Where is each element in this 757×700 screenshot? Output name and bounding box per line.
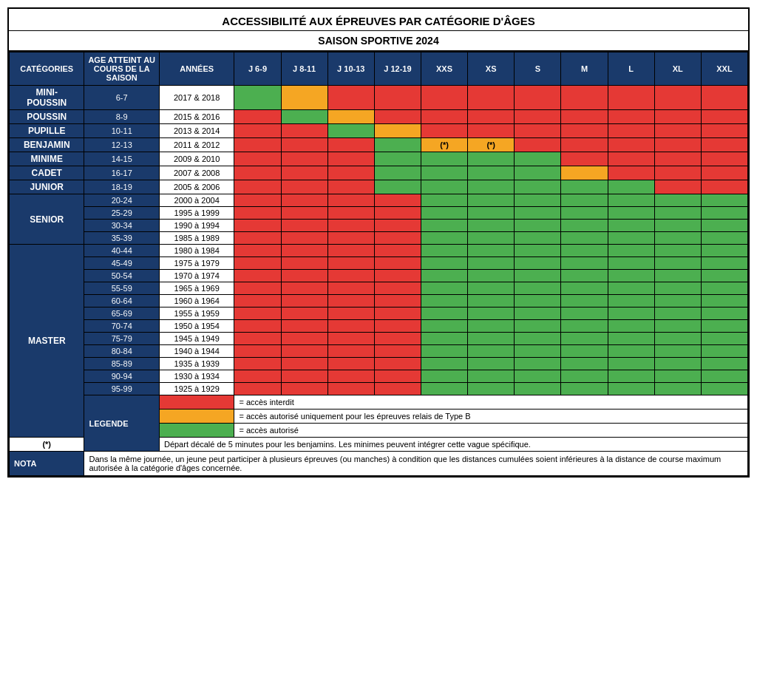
color-cell: [468, 232, 515, 245]
header-m: M: [561, 52, 608, 86]
color-cell: [608, 232, 654, 245]
color-cell: [374, 194, 421, 207]
color-cell: [468, 245, 515, 257]
color-cell: [608, 370, 654, 383]
color-cell: [701, 180, 747, 194]
legend-text-orange: = accès autorisé uniquement pour les épr…: [234, 410, 748, 424]
table-row: 70-741950 à 1954: [10, 320, 748, 333]
legend-color-green: [159, 424, 234, 438]
main-table: CATÉGORIES AGE ATTEINT AU COURS DE LA SA…: [9, 52, 748, 476]
header-row: CATÉGORIES AGE ATTEINT AU COURS DE LA SA…: [10, 52, 748, 86]
category-cell: SENIOR: [10, 194, 84, 245]
color-cell: (*): [468, 138, 515, 152]
color-cell: [654, 166, 701, 180]
color-cell: [654, 295, 701, 307]
color-cell: [561, 295, 608, 307]
color-cell: [421, 124, 467, 138]
color-cell: [327, 333, 374, 345]
color-cell: [654, 383, 701, 395]
color-cell: [327, 166, 374, 180]
color-cell: [608, 152, 654, 166]
color-cell: [468, 86, 515, 110]
table-row: 30-341990 à 1994: [10, 220, 748, 232]
years-cell: 2017 & 2018: [159, 86, 234, 110]
header-categories: CATÉGORIES: [10, 52, 84, 86]
age-cell: 20-24: [84, 194, 159, 207]
color-cell: [654, 180, 701, 194]
color-cell: [421, 282, 467, 295]
color-cell: [701, 345, 747, 358]
table-row: 50-541970 à 1974: [10, 270, 748, 282]
color-cell: [654, 245, 701, 257]
table-row: 95-991925 à 1929: [10, 383, 748, 395]
color-cell: [327, 207, 374, 220]
color-cell: [654, 232, 701, 245]
color-cell: [468, 207, 515, 220]
color-cell: [701, 124, 747, 138]
age-cell: 40-44: [84, 245, 159, 257]
table-row: 90-941930 à 1934: [10, 370, 748, 383]
years-cell: 1960 à 1964: [159, 295, 234, 307]
color-cell: [701, 245, 747, 257]
color-cell: [234, 383, 281, 395]
age-cell: 75-79: [84, 333, 159, 345]
color-cell: [281, 86, 327, 110]
color-cell: [515, 333, 561, 345]
color-cell: [515, 86, 561, 110]
color-cell: [374, 345, 421, 358]
table-row: 45-491975 à 1979: [10, 257, 748, 270]
table-row: SENIOR20-242000 à 2004: [10, 194, 748, 207]
header-j10-13: J 10-13: [327, 52, 374, 86]
color-cell: [654, 220, 701, 232]
color-cell: [468, 383, 515, 395]
age-cell: 12-13: [84, 138, 159, 152]
legend-star-symbol: (*): [10, 438, 84, 452]
table-row: PUPILLE10-112013 & 2014: [10, 124, 748, 138]
color-cell: [374, 124, 421, 138]
color-cell: [561, 245, 608, 257]
color-cell: [421, 320, 467, 333]
color-cell: [561, 345, 608, 358]
years-cell: 1930 à 1934: [159, 370, 234, 383]
color-cell: [468, 220, 515, 232]
header-s: S: [515, 52, 561, 86]
color-cell: [561, 166, 608, 180]
color-cell: [374, 370, 421, 383]
years-cell: 1950 à 1954: [159, 320, 234, 333]
color-cell: [374, 180, 421, 194]
color-cell: [281, 245, 327, 257]
age-cell: 85-89: [84, 358, 159, 370]
color-cell: [468, 320, 515, 333]
color-cell: [468, 257, 515, 270]
color-cell: [421, 110, 467, 124]
age-cell: 8-9: [84, 110, 159, 124]
color-cell: [608, 282, 654, 295]
color-cell: [701, 257, 747, 270]
color-cell: [234, 257, 281, 270]
color-cell: [701, 383, 747, 395]
color-cell: [234, 232, 281, 245]
color-cell: [281, 345, 327, 358]
color-cell: [468, 194, 515, 207]
color-cell: [515, 295, 561, 307]
color-cell: [701, 232, 747, 245]
color-cell: [327, 110, 374, 124]
color-cell: [608, 138, 654, 152]
legend-star-text: Départ décalé de 5 minutes pour les benj…: [159, 438, 747, 452]
color-cell: [561, 152, 608, 166]
color-cell: [561, 180, 608, 194]
color-cell: [654, 152, 701, 166]
color-cell: [374, 270, 421, 282]
color-cell: [515, 320, 561, 333]
color-cell: [421, 232, 467, 245]
color-cell: [281, 358, 327, 370]
header-xs: XS: [468, 52, 515, 86]
color-cell: [327, 295, 374, 307]
color-cell: [515, 110, 561, 124]
nota-label: NOTA: [10, 452, 84, 476]
years-cell: 1995 à 1999: [159, 207, 234, 220]
color-cell: [327, 307, 374, 320]
color-cell: [374, 152, 421, 166]
color-cell: [468, 370, 515, 383]
color-cell: [421, 383, 467, 395]
